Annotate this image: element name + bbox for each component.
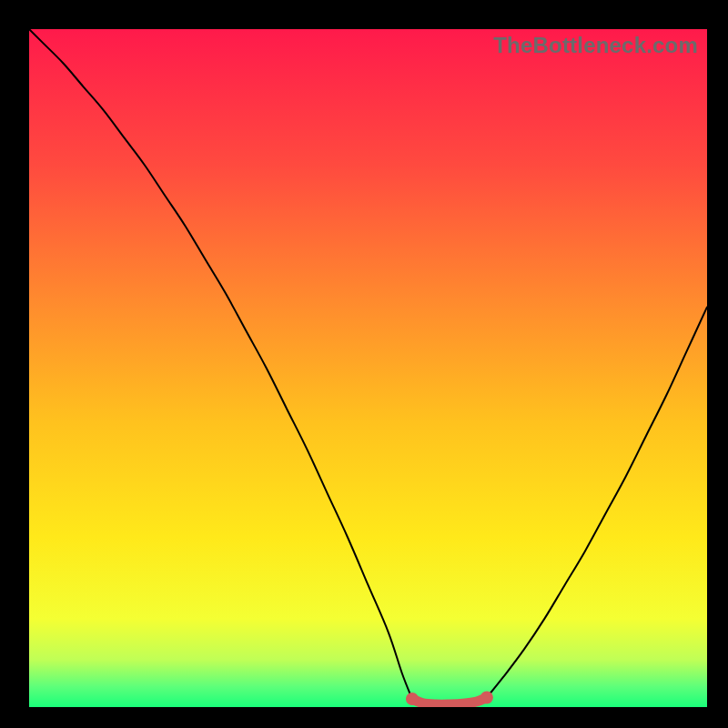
plot-area: TheBottleneck.com	[29, 29, 707, 707]
watermark-label: TheBottleneck.com	[493, 33, 698, 58]
endpoint-dot-1	[480, 692, 493, 704]
endpoint-dot-0	[406, 693, 419, 705]
chart-curves	[29, 29, 707, 707]
chart-stage: TheBottleneck.com	[0, 0, 728, 728]
series-right-branch	[487, 307, 707, 697]
series-flat-bottom	[412, 698, 487, 705]
series-left-branch	[29, 29, 412, 699]
